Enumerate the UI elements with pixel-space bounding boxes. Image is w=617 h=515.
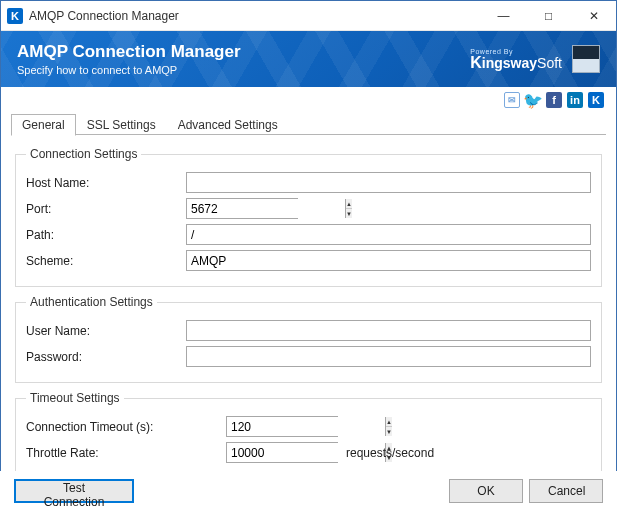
app-icon: K [7, 8, 23, 24]
connection-settings-legend: Connection Settings [26, 147, 141, 161]
tab-general[interactable]: General [11, 114, 76, 136]
path-label: Path: [26, 228, 186, 242]
footer: Test Connection OK Cancel [0, 471, 617, 515]
social-row: ✉ 🐦 f in K [1, 87, 616, 111]
banner: AMQP Connection Manager Specify how to c… [1, 31, 616, 87]
timeout-spin-up-icon[interactable]: ▲ [386, 417, 392, 427]
tab-ssl-settings[interactable]: SSL Settings [76, 114, 167, 135]
authentication-settings-legend: Authentication Settings [26, 295, 157, 309]
window-title: AMQP Connection Manager [29, 9, 481, 23]
timeout-settings-legend: Timeout Settings [26, 391, 124, 405]
port-spin-up-icon[interactable]: ▲ [346, 199, 352, 209]
tab-strip: General SSL Settings Advanced Settings [1, 113, 616, 135]
titlebar: K AMQP Connection Manager ― □ ✕ [1, 1, 616, 31]
user-name-label: User Name: [26, 324, 186, 338]
ok-button[interactable]: OK [449, 479, 523, 503]
group-timeout-settings: Timeout Settings Connection Timeout (s):… [15, 391, 602, 479]
connection-timeout-input[interactable] [227, 417, 385, 436]
throttle-rate-label: Throttle Rate: [26, 446, 226, 460]
minimize-button[interactable]: ― [481, 1, 526, 31]
scheme-input[interactable] [186, 250, 591, 271]
connection-timeout-label: Connection Timeout (s): [26, 420, 226, 434]
banner-title: AMQP Connection Manager [17, 42, 241, 62]
port-label: Port: [26, 202, 186, 216]
timeout-spin-down-icon[interactable]: ▼ [386, 427, 392, 436]
banner-subtitle: Specify how to connect to AMQP [17, 64, 241, 76]
tab-content-general: Connection Settings Host Name: Port: ▲ ▼… [1, 135, 616, 491]
close-button[interactable]: ✕ [571, 1, 616, 31]
tab-advanced-settings[interactable]: Advanced Settings [167, 114, 289, 135]
port-spin-down-icon[interactable]: ▼ [346, 209, 352, 218]
path-input[interactable] [186, 224, 591, 245]
facebook-icon[interactable]: f [546, 92, 562, 108]
user-name-input[interactable] [186, 320, 591, 341]
brand-name: KingswaySoft [470, 55, 562, 71]
connection-timeout-stepper[interactable]: ▲ ▼ [226, 416, 338, 437]
mail-icon[interactable]: ✉ [504, 92, 520, 108]
password-label: Password: [26, 350, 186, 364]
cancel-button[interactable]: Cancel [529, 479, 603, 503]
product-icon [572, 45, 600, 73]
kingswaysoft-icon[interactable]: K [588, 92, 604, 108]
group-connection-settings: Connection Settings Host Name: Port: ▲ ▼… [15, 147, 602, 287]
port-stepper[interactable]: ▲ ▼ [186, 198, 298, 219]
password-input[interactable] [186, 346, 591, 367]
test-connection-button[interactable]: Test Connection [14, 479, 134, 503]
kingswaysoft-logo[interactable]: Powered By KingswaySoft [470, 48, 562, 71]
scheme-label: Scheme: [26, 254, 186, 268]
host-name-input[interactable] [186, 172, 591, 193]
host-name-label: Host Name: [26, 176, 186, 190]
port-input[interactable] [187, 199, 345, 218]
maximize-button[interactable]: □ [526, 1, 571, 31]
throttle-rate-unit: requests/second [346, 446, 434, 460]
group-authentication-settings: Authentication Settings User Name: Passw… [15, 295, 602, 383]
twitter-icon[interactable]: 🐦 [525, 92, 541, 108]
throttle-rate-stepper[interactable]: ▲ ▼ [226, 442, 338, 463]
linkedin-icon[interactable]: in [567, 92, 583, 108]
